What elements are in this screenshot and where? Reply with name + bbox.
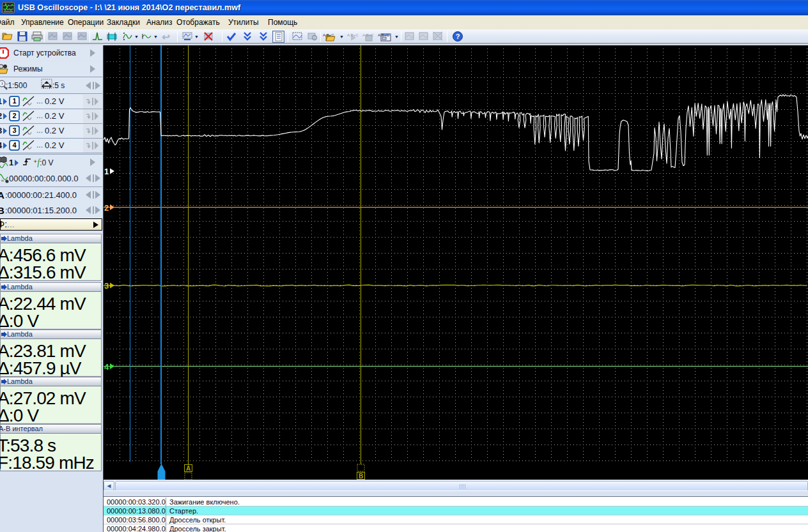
svg-text:4: 4 [104, 362, 109, 372]
svg-text:B: B [359, 473, 363, 480]
svg-text:A: A [186, 465, 190, 472]
svg-text:?: ? [455, 33, 460, 40]
svg-text:3: 3 [104, 281, 109, 291]
svg-text:1: 1 [104, 167, 109, 176]
svg-text:2: 2 [104, 203, 109, 213]
